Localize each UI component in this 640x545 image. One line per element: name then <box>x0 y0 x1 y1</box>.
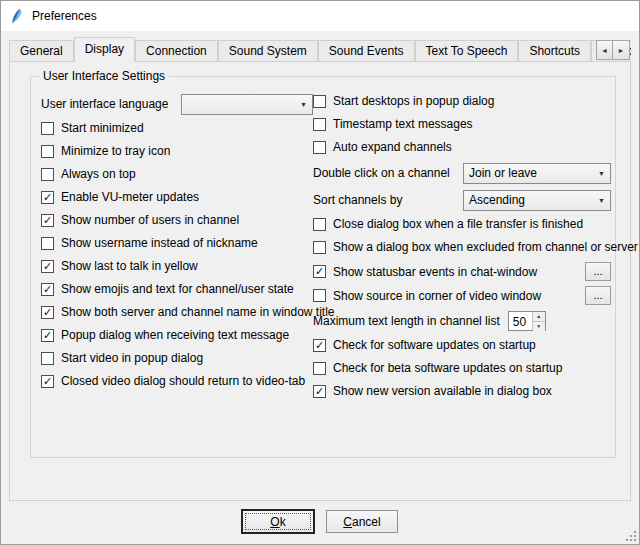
checkbox-label: Enable VU-meter updates <box>61 190 199 204</box>
row-start-minimized[interactable]: Start minimized <box>41 120 313 136</box>
checkbox-label: Show emojis and text for channel/user st… <box>61 282 294 296</box>
tab-shortcuts[interactable]: Shortcuts <box>518 40 591 62</box>
unchecked-checkbox-icon[interactable] <box>313 218 326 231</box>
cancel-button[interactable]: Cancel <box>326 510 398 533</box>
display-tab-pane: User Interface Settings User interface l… <box>9 61 631 501</box>
checked-checkbox-icon[interactable]: ✓ <box>41 306 54 319</box>
row-closed-video-dialog-should-return-to-video-tab[interactable]: ✓Closed video dialog should return to vi… <box>41 373 313 389</box>
row-show-both-server-and-channel-name-in-window-title[interactable]: ✓Show both server and channel name in wi… <box>41 304 313 320</box>
checkbox-label: Show a dialog box when excluded from cha… <box>333 240 638 254</box>
checkbox-label: Close dialog box when a file transfer is… <box>333 217 583 231</box>
row-show-username-instead-of-nickname[interactable]: Show username instead of nickname <box>41 235 313 251</box>
cancel-button-label: Cancel <box>327 515 397 529</box>
row-show-source-in-corner-of-video-window[interactable]: Show source in corner of video window... <box>313 286 611 305</box>
row-show-new-version-available-in-dialog-box[interactable]: ✓Show new version available in dialog bo… <box>313 383 611 399</box>
ok-button[interactable]: Ok <box>242 510 314 533</box>
checkbox-label: Check for software updates on startup <box>333 338 536 352</box>
row-start-video-in-popup-dialog[interactable]: Start video in popup dialog <box>41 350 313 366</box>
chevron-down-icon: ▼ <box>593 170 610 177</box>
checked-checkbox-icon[interactable]: ✓ <box>41 214 54 227</box>
checkbox-label: Show last to talk in yellow <box>61 259 198 273</box>
dropdown-value: Join or leave <box>464 166 593 180</box>
checked-checkbox-icon[interactable]: ✓ <box>41 283 54 296</box>
tab-display[interactable]: Display <box>74 37 135 62</box>
row-show-number-of-users-in-channel[interactable]: ✓Show number of users in channel <box>41 212 313 228</box>
right-settings-column: Start desktops in popup dialogTimestamp … <box>313 93 611 406</box>
field-label: User interface language <box>41 97 168 111</box>
checked-checkbox-icon[interactable]: ✓ <box>41 375 54 388</box>
checkbox-label: Show new version available in dialog box <box>333 384 552 398</box>
checked-checkbox-icon[interactable]: ✓ <box>313 385 326 398</box>
tab-text-to-speech[interactable]: Text To Speech <box>415 40 519 62</box>
row-timestamp-text-messages[interactable]: Timestamp text messages <box>313 116 611 132</box>
checkbox-label: Show both server and channel name in win… <box>61 305 335 319</box>
unchecked-checkbox-icon[interactable] <box>41 168 54 181</box>
row-double-click-on-a-channel: Double click on a channelJoin or leave▼ <box>313 162 611 184</box>
checked-checkbox-icon[interactable]: ✓ <box>313 339 326 352</box>
tab-scroll-right-button[interactable]: ► <box>613 40 630 60</box>
tab-sound-system[interactable]: Sound System <box>218 40 318 62</box>
unchecked-checkbox-icon[interactable] <box>313 362 326 375</box>
unchecked-checkbox-icon[interactable] <box>313 241 326 254</box>
unchecked-checkbox-icon[interactable] <box>313 289 326 302</box>
tab-connection[interactable]: Connection <box>135 40 218 62</box>
titlebar[interactable]: Preferences <box>1 1 639 31</box>
row-show-last-to-talk-in-yellow[interactable]: ✓Show last to talk in yellow <box>41 258 313 274</box>
row-show-statusbar-events-in-chat-window[interactable]: ✓Show statusbar events in chat-window... <box>313 262 611 281</box>
tab-scroll-control: ◄ ► <box>596 40 630 60</box>
checked-checkbox-icon[interactable]: ✓ <box>41 260 54 273</box>
spin-down-button[interactable]: ▼ <box>533 321 545 331</box>
checkbox-label: Show source in corner of video window <box>333 289 541 303</box>
field-label: Maximum text length in channel list <box>313 314 500 328</box>
row-close-dialog-box-when-a-file-transfer-is-finished[interactable]: Close dialog box when a file transfer is… <box>313 216 611 232</box>
row-check-for-beta-software-updates-on-startup[interactable]: Check for beta software updates on start… <box>313 360 611 376</box>
dropdown[interactable]: ▼ <box>181 94 313 115</box>
row-show-a-dialog-box-when-excluded-from-channel-or-server[interactable]: Show a dialog box when excluded from cha… <box>313 239 611 255</box>
row-start-desktops-in-popup-dialog[interactable]: Start desktops in popup dialog <box>313 93 611 109</box>
field-label: Double click on a channel <box>313 166 450 180</box>
row-minimize-to-tray-icon[interactable]: Minimize to tray icon <box>41 143 313 159</box>
row-show-emojis-and-text-for-channel-user-state[interactable]: ✓Show emojis and text for channel/user s… <box>41 281 313 297</box>
checkbox-label: Timestamp text messages <box>333 117 473 131</box>
row-user-interface-language: User interface language▼ <box>41 93 313 115</box>
spinbox-buttons: ▲▼ <box>532 312 545 330</box>
row-auto-expand-channels[interactable]: Auto expand channels <box>313 139 611 155</box>
row-popup-dialog-when-receiving-text-message[interactable]: ✓Popup dialog when receiving text messag… <box>41 327 313 343</box>
row-maximum-text-length-in-channel-list: Maximum text length in channel list50▲▼ <box>313 310 611 332</box>
dropdown[interactable]: Join or leave▼ <box>463 163 611 184</box>
row-enable-vu-meter-updates[interactable]: ✓Enable VU-meter updates <box>41 189 313 205</box>
unchecked-checkbox-icon[interactable] <box>313 141 326 154</box>
dropdown-value: Ascending <box>464 193 593 207</box>
chevron-down-icon: ▼ <box>295 101 312 108</box>
unchecked-checkbox-icon[interactable] <box>41 122 54 135</box>
checkbox-label: Popup dialog when receiving text message <box>61 328 289 342</box>
checkbox-label: Show username instead of nickname <box>61 236 258 250</box>
tab-general[interactable]: General <box>9 40 74 62</box>
ok-button-label: Ok <box>243 515 313 529</box>
row-always-on-top[interactable]: Always on top <box>41 166 313 182</box>
spinbox-value: 50 <box>509 312 532 330</box>
left-settings-column: User interface language▼Start minimizedM… <box>41 93 313 396</box>
checkbox-label: Auto expand channels <box>333 140 452 154</box>
row-check-for-software-updates-on-startup[interactable]: ✓Check for software updates on startup <box>313 337 611 353</box>
spin-up-button[interactable]: ▲ <box>533 312 545 321</box>
more-options-button[interactable]: ... <box>585 286 611 305</box>
chevron-down-icon: ▼ <box>593 197 610 204</box>
checked-checkbox-icon[interactable]: ✓ <box>313 265 326 278</box>
checkbox-label: Check for beta software updates on start… <box>333 361 562 375</box>
tab-scroll-left-button[interactable]: ◄ <box>596 40 613 60</box>
checkbox-label: Start minimized <box>61 121 144 135</box>
checkbox-label: Always on top <box>61 167 136 181</box>
more-options-button[interactable]: ... <box>585 262 611 281</box>
dropdown[interactable]: Ascending▼ <box>463 190 611 211</box>
unchecked-checkbox-icon[interactable] <box>41 145 54 158</box>
unchecked-checkbox-icon[interactable] <box>313 95 326 108</box>
spinbox-maximum-text-length-in-channel-list[interactable]: 50▲▼ <box>508 311 546 331</box>
unchecked-checkbox-icon[interactable] <box>313 118 326 131</box>
unchecked-checkbox-icon[interactable] <box>41 237 54 250</box>
checked-checkbox-icon[interactable]: ✓ <box>41 329 54 342</box>
unchecked-checkbox-icon[interactable] <box>41 352 54 365</box>
resize-grip-icon[interactable] <box>624 529 636 541</box>
tab-sound-events[interactable]: Sound Events <box>318 40 415 62</box>
checked-checkbox-icon[interactable]: ✓ <box>41 191 54 204</box>
